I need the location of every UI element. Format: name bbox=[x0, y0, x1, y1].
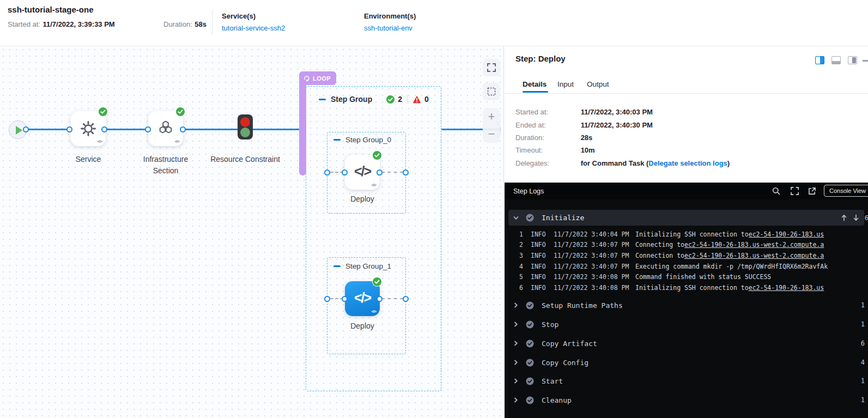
loop-icon bbox=[304, 75, 310, 82]
fit-to-screen-button[interactable] bbox=[483, 59, 500, 76]
pipeline-canvas[interactable]: </> Service </> Infrastructure Section bbox=[0, 46, 504, 418]
port bbox=[342, 296, 348, 302]
loop-bar bbox=[299, 78, 306, 175]
chevron-right-icon bbox=[513, 378, 519, 384]
loop-badge-label: LOOP bbox=[313, 75, 331, 82]
chevron-right-icon bbox=[513, 359, 519, 366]
infrastructure-node[interactable]: </> bbox=[148, 111, 183, 146]
expand-logs-button[interactable] bbox=[790, 186, 800, 196]
warning-count: 0 bbox=[424, 95, 429, 104]
step-group-0-label: Step Group_0 bbox=[345, 136, 391, 144]
status-success-icon bbox=[526, 214, 534, 222]
traffic-green-light bbox=[240, 128, 250, 137]
loop-badge[interactable]: LOOP bbox=[299, 71, 336, 85]
delegate-selection-logs-link[interactable]: Delegate selection logs bbox=[648, 159, 727, 167]
resource-constraint-node[interactable] bbox=[238, 114, 253, 140]
section-label: Copy Config bbox=[542, 359, 588, 367]
deploy-node-0[interactable]: </> </> bbox=[345, 155, 380, 190]
log-section-copy-config[interactable]: Copy Config 4 bbox=[508, 354, 864, 371]
environments-label: Environment(s) bbox=[364, 12, 416, 20]
code-step-icon: </> bbox=[345, 163, 380, 179]
header-divider bbox=[212, 10, 213, 35]
deploy-node-1-label: Deploy bbox=[327, 320, 398, 332]
success-badge bbox=[372, 150, 382, 160]
open-in-new-button[interactable] bbox=[807, 186, 817, 196]
infrastructure-node-label: Infrastructure Section bbox=[130, 154, 201, 177]
code-icon: </> bbox=[371, 309, 376, 314]
port bbox=[342, 169, 348, 175]
tab-input[interactable]: Input bbox=[557, 80, 574, 88]
zoom-in-button[interactable]: + bbox=[483, 108, 500, 125]
layout-split-right-button[interactable] bbox=[815, 56, 824, 64]
chevron-right-icon bbox=[513, 321, 519, 328]
environment-link[interactable]: ssh-tutorial-env bbox=[364, 24, 416, 32]
status-success-icon bbox=[526, 377, 534, 385]
status-success-icon bbox=[526, 396, 534, 404]
log-section-initialize[interactable]: Initialize bbox=[508, 210, 864, 226]
pipeline-execution-screen: ssh-tutorial-stage-one Started at: 11/7/… bbox=[0, 0, 868, 418]
collapse-icon[interactable] bbox=[319, 99, 326, 100]
deploy-node-0-label: Deploy bbox=[327, 193, 398, 205]
marquee-icon bbox=[487, 87, 496, 96]
service-link[interactable]: tutorial-service-ssh2 bbox=[222, 24, 285, 32]
log-lines: 1 INFO 11/7/2022 3:40:04 PM Initializing… bbox=[505, 229, 868, 293]
log-line: 1 INFO 11/7/2022 3:40:04 PM Initializing… bbox=[505, 229, 868, 240]
execution-header: ssh-tutorial-stage-one Started at: 11/7/… bbox=[0, 0, 868, 46]
code-icon: </> bbox=[371, 183, 376, 187]
host-link[interactable]: ec2-54-190-26-183.us bbox=[749, 284, 824, 292]
status-success-icon bbox=[526, 359, 534, 367]
section-count: 1 bbox=[861, 396, 865, 404]
section-count: 6 bbox=[861, 340, 865, 347]
port bbox=[377, 296, 383, 302]
search-logs-button[interactable] bbox=[771, 186, 781, 196]
section-count: 4 bbox=[861, 359, 865, 366]
log-section-setup-runtime-paths[interactable]: Setup Runtime Paths 1 bbox=[508, 297, 864, 313]
log-line: 6 INFO 11/7/2022 3:40:08 PM Initializing… bbox=[505, 282, 868, 293]
host-link[interactable]: ec2-54-190-26-183.us-west-2.compute.a bbox=[684, 252, 824, 259]
port bbox=[23, 126, 29, 132]
chevron-right-icon bbox=[513, 340, 519, 347]
log-line: 3 INFO 11/7/2022 3:40:07 PM Connection t… bbox=[505, 250, 868, 261]
log-section-start[interactable]: Start 1 bbox=[508, 373, 864, 389]
success-count: 2 bbox=[398, 95, 402, 104]
zoom-out-button[interactable]: − bbox=[483, 125, 500, 143]
service-node[interactable]: </> bbox=[71, 111, 106, 146]
duration: Duration: 58s bbox=[163, 19, 207, 29]
layout-split-bottom-button[interactable] bbox=[831, 56, 841, 64]
services-block: Service(s) tutorial-service-ssh2 bbox=[222, 12, 285, 32]
arrow-down-button[interactable] bbox=[853, 214, 859, 221]
section-label: Copy Artifact bbox=[542, 340, 597, 348]
collapse-icon[interactable] bbox=[333, 265, 341, 267]
gear-icon bbox=[80, 120, 97, 137]
deploy-node-1-selected[interactable]: </> </> bbox=[345, 281, 380, 316]
host-link[interactable]: ec2-54-190-26-183.us bbox=[749, 231, 824, 238]
host-link[interactable]: ec2-54-190-26-183.us-west-2.compute.a bbox=[684, 241, 824, 249]
port bbox=[145, 126, 151, 132]
collapse-icon[interactable] bbox=[333, 139, 341, 141]
detail-row-delegates: Delegates: for Command Task (Delegate se… bbox=[515, 159, 730, 167]
tab-output[interactable]: Output bbox=[587, 80, 609, 88]
log-section-stop[interactable]: Stop 1 bbox=[508, 316, 864, 332]
chevron-down-icon bbox=[513, 215, 519, 221]
step-logs-console: Step Logs bbox=[505, 183, 868, 418]
console-view-button[interactable]: Console View bbox=[824, 185, 868, 197]
section-label: Cleanup bbox=[542, 396, 572, 404]
status-success-icon bbox=[526, 340, 534, 348]
section-count: 6 bbox=[865, 214, 868, 222]
log-line: 2 INFO 11/7/2022 3:40:07 PM Connecting t… bbox=[505, 240, 868, 251]
layout-split-panel-button[interactable] bbox=[848, 56, 857, 64]
minimize-button[interactable] bbox=[863, 60, 868, 62]
log-line: 5 INFO 11/7/2022 3:40:08 PM Command fini… bbox=[505, 271, 868, 282]
search-icon bbox=[772, 187, 780, 195]
section-count: 1 bbox=[861, 320, 865, 328]
detail-row: Timeout: 10m bbox=[515, 146, 595, 154]
edge-start-service bbox=[26, 129, 68, 130]
log-section-copy-artifact[interactable]: Copy Artifact 6 bbox=[508, 335, 864, 352]
arrow-up-button[interactable] bbox=[841, 214, 847, 221]
chevron-right-icon bbox=[513, 302, 519, 308]
count-divider bbox=[407, 95, 408, 104]
tab-details[interactable]: Details bbox=[523, 80, 547, 88]
log-section-cleanup[interactable]: Cleanup 1 bbox=[508, 392, 864, 408]
marquee-select-button[interactable] bbox=[483, 83, 500, 100]
code-icon: </> bbox=[97, 139, 102, 144]
